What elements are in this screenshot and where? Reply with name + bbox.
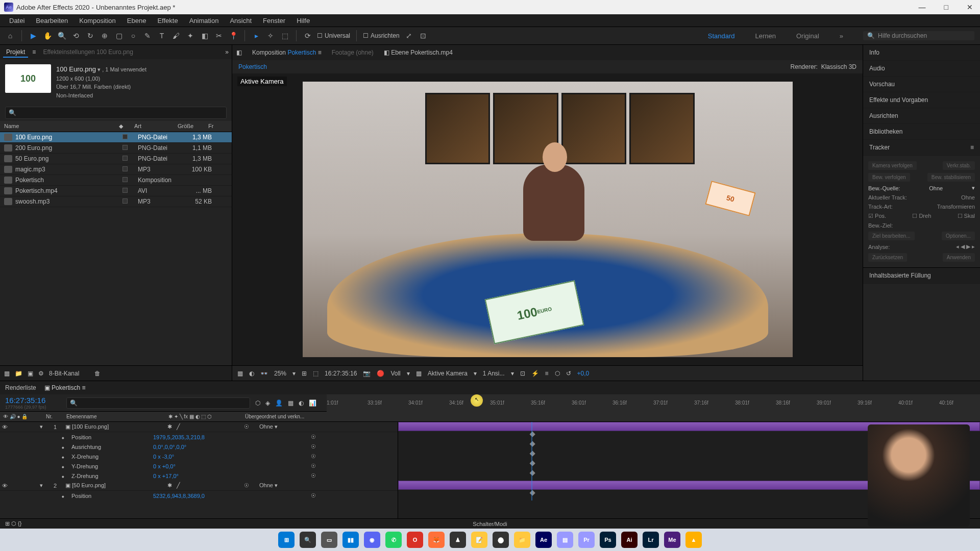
view-axis-icon[interactable]: ⬚ xyxy=(280,31,290,41)
panel-preview[interactable]: Vorschau xyxy=(863,77,980,92)
panel-audio[interactable]: Audio xyxy=(863,61,980,77)
edit-target-button[interactable]: Ziel bearbeiten... xyxy=(868,232,915,240)
project-search-input[interactable]: 🔍 xyxy=(5,107,227,119)
snap-center-icon[interactable]: ⊡ xyxy=(418,31,428,41)
brush-tool-icon[interactable]: 🖌 xyxy=(171,31,181,41)
col-header-size[interactable]: Größe xyxy=(178,123,208,130)
menu-composition[interactable]: Komposition xyxy=(74,16,121,26)
zoom-level[interactable]: 25% xyxy=(274,370,286,377)
stabilize-button[interactable]: Bew. stabilisieren xyxy=(927,173,975,182)
taskbar-app[interactable]: 📁 xyxy=(514,532,530,548)
menu-window[interactable]: Fenster xyxy=(258,16,290,26)
taskbar-app[interactable]: Ps xyxy=(600,532,616,548)
options-button[interactable]: Optionen... xyxy=(942,232,975,240)
timeline-search-input[interactable]: 🔍 xyxy=(66,397,250,409)
clone-tool-icon[interactable]: ✦ xyxy=(185,31,195,41)
workspace-learn[interactable]: Lernen xyxy=(755,32,775,40)
resolution-icon[interactable]: ⊞ xyxy=(302,370,307,377)
local-axis-icon[interactable]: ▸ xyxy=(251,31,261,41)
track-motion-button[interactable]: Bew. verfolgen xyxy=(868,173,910,182)
timeline-icon[interactable]: ≡ xyxy=(545,370,549,377)
comp-tab-toggle-icon[interactable]: ◧ xyxy=(236,49,242,56)
help-search-input[interactable]: 🔍 Hilfe durchsuchen xyxy=(863,31,975,41)
panel-content-fill[interactable]: Inhaltsbasierte Füllung xyxy=(863,268,980,284)
interpret-footage-icon[interactable]: ▦ xyxy=(4,370,10,377)
anchor-tool-icon[interactable]: ⊕ xyxy=(100,31,110,41)
channel-icon[interactable]: 🔴 xyxy=(377,370,384,377)
zoom-tool-icon[interactable]: 🔍 xyxy=(57,31,67,41)
menu-file[interactable]: Datei xyxy=(4,16,30,26)
minimize-button[interactable]: — xyxy=(916,2,929,12)
tracker-menu-icon[interactable]: ≡ xyxy=(970,144,974,151)
viewer-timecode[interactable]: 16:27:35:16 xyxy=(325,370,357,377)
project-item[interactable]: Pokertisch.mp4AVI... MB xyxy=(0,186,232,196)
panel-effects[interactable]: Effekte und Vorgaben xyxy=(863,92,980,108)
maximize-button[interactable]: □ xyxy=(941,2,951,12)
project-settings-icon[interactable]: ⚙ xyxy=(38,370,44,377)
taskbar-app[interactable]: ♟ xyxy=(450,532,466,548)
graph-editor-icon[interactable]: 📊 xyxy=(309,399,316,407)
roi-icon[interactable]: ⬚ xyxy=(313,370,318,377)
col-header-type[interactable]: Art xyxy=(134,123,178,130)
snapping-icon[interactable]: ⟳ xyxy=(303,31,313,41)
project-item[interactable]: 50 Euro.pngPNG-Datei1,3 MB xyxy=(0,154,232,164)
taskbar-app[interactable]: ▭ xyxy=(321,532,337,548)
roto-tool-icon[interactable]: ✂ xyxy=(214,31,224,41)
taskbar-app[interactable]: ✆ xyxy=(385,532,402,548)
effect-settings-tab[interactable]: Effekteinstellungen 100 Euro.png xyxy=(40,46,136,58)
taskbar-app[interactable]: 🦊 xyxy=(428,532,445,548)
playhead[interactable]: ↖ xyxy=(471,394,483,407)
taskbar-app[interactable]: O xyxy=(407,532,423,548)
timeline-ruler[interactable]: 1:01f33:16f34:01f34:16f35:01f35:16f36:01… xyxy=(327,394,980,412)
fast-preview-icon[interactable]: ⚡ xyxy=(531,370,539,377)
menu-effects[interactable]: Effekte xyxy=(152,16,183,26)
panel-align[interactable]: Ausrichten xyxy=(863,108,980,124)
taskbar-app[interactable]: ▲ xyxy=(685,532,702,548)
renderer-value[interactable]: Klassisch 3D xyxy=(821,63,856,70)
zoom-dropdown-icon[interactable]: ▾ xyxy=(292,370,296,377)
timeline-property-row[interactable]: ⬥X-Drehung0 x -3,0°☉ xyxy=(0,452,398,461)
current-time[interactable]: 16:27:35:16 xyxy=(5,396,61,405)
views-select[interactable]: 1 Ansi... xyxy=(483,370,505,377)
bit-depth[interactable]: 8-Bit-Kanal xyxy=(49,370,79,377)
menu-layer[interactable]: Ebene xyxy=(122,16,152,26)
camera-select[interactable]: Aktive Kamera xyxy=(428,370,468,377)
taskbar-app[interactable]: Ai xyxy=(621,532,638,548)
puppet-tool-icon[interactable]: 📍 xyxy=(228,31,238,41)
workspace-original[interactable]: Original xyxy=(796,32,819,40)
col-header-name[interactable]: Name xyxy=(4,123,119,130)
keyframe-marker[interactable] xyxy=(530,432,535,437)
project-item[interactable]: swoosh.mp3MP352 KB xyxy=(0,196,232,207)
panel-libraries[interactable]: Bibliotheken xyxy=(863,124,980,140)
scale-check[interactable]: Skal xyxy=(964,213,975,219)
menu-edit[interactable]: Bearbeiten xyxy=(31,16,73,26)
new-comp-icon[interactable]: ▣ xyxy=(28,370,33,377)
taskbar-app[interactable]: Me xyxy=(664,532,680,548)
timeline-layer-row[interactable]: 👁▾2▣ [50 Euro.png]✱ ╱☉Ohne ▾ xyxy=(0,481,398,491)
align-checkbox[interactable]: ☐Ausrichten xyxy=(363,32,400,39)
taskbar-app[interactable]: Pr xyxy=(578,532,595,548)
transparency-grid-icon[interactable]: ▦ xyxy=(416,370,422,377)
taskbar-app[interactable]: 🔍 xyxy=(300,532,316,548)
keyframe-marker[interactable] xyxy=(530,441,535,447)
timeline-property-row[interactable]: ⬥Position5232,6,943,8,3689,0☉ xyxy=(0,491,398,500)
resolution-select[interactable]: Voll xyxy=(390,370,400,377)
keyframe-marker[interactable] xyxy=(530,451,535,457)
rotate-tool-icon[interactable]: ↻ xyxy=(85,31,95,41)
pixel-aspect-icon[interactable]: ⊡ xyxy=(520,370,525,377)
hand-tool-icon[interactable]: ✋ xyxy=(42,31,53,41)
taskbar-app[interactable]: 📝 xyxy=(471,532,487,548)
shy-icon[interactable]: 👤 xyxy=(275,399,283,407)
col-header-framerate[interactable]: Fr xyxy=(208,123,213,130)
alpha-icon[interactable]: ▦ xyxy=(237,370,243,377)
world-axis-icon[interactable]: ✧ xyxy=(265,31,276,41)
comp-breadcrumb[interactable]: Pokertisch xyxy=(238,63,267,70)
eraser-tool-icon[interactable]: ◧ xyxy=(200,31,210,41)
3d-icon[interactable]: 👓 xyxy=(260,370,268,377)
timeline-property-row[interactable]: ⬥Z-Drehung0 x +17,0°☉ xyxy=(0,471,398,481)
reset-exp-icon[interactable]: ↺ xyxy=(566,370,571,377)
render-queue-tab[interactable]: Renderliste xyxy=(5,384,36,391)
workspace-standard[interactable]: Standard xyxy=(708,32,735,40)
taskbar-app[interactable]: ⬤ xyxy=(493,532,509,548)
project-tab-menu-icon[interactable]: ≡ xyxy=(32,48,36,56)
